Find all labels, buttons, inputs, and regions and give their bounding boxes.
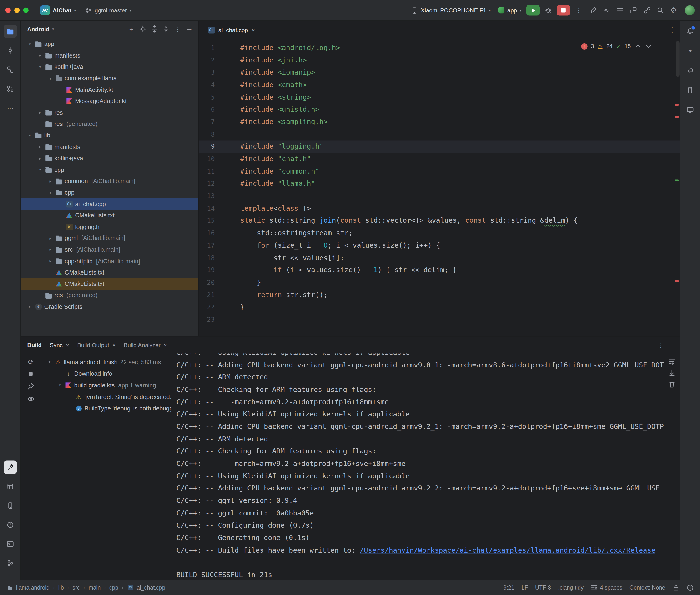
hide-icon[interactable]: ─ <box>184 24 195 34</box>
build-tree-item-download-info[interactable]: ↓Download info <box>41 368 171 379</box>
breadcrumb-lib[interactable]: lib <box>58 585 64 591</box>
code-line-4[interactable]: 4#include <cmath> <box>199 79 680 91</box>
more-actions-icon[interactable]: ⋮ <box>572 4 585 17</box>
project-tree-item-res[interactable]: res(generated) <box>21 118 198 130</box>
project-tree-item-messageadapter-kt[interactable]: MessageAdapter.kt <box>21 95 198 107</box>
build-tab-build-analyzer[interactable]: Build Analyzer× <box>123 342 167 348</box>
project-view-selector[interactable]: Android <box>27 26 49 32</box>
status-info-icon[interactable] <box>687 584 694 591</box>
project-tree-item-cpp[interactable]: ▾cpp <box>21 164 198 175</box>
stop-button[interactable] <box>557 5 570 16</box>
chevron-down-icon[interactable]: ▾ <box>27 42 32 47</box>
breadcrumb-file[interactable]: ai_chat.cpp <box>137 585 165 591</box>
code-line-17[interactable]: 17 for (size_t i = 0; i < values.size();… <box>199 239 680 252</box>
device-mirror-icon[interactable] <box>641 4 653 17</box>
more-vertical-icon[interactable]: ⋮ <box>172 24 183 34</box>
ai-actions-icon[interactable] <box>587 4 599 17</box>
chevron-right-icon[interactable]: ▸ <box>27 305 32 309</box>
code-line-22[interactable]: 22} <box>199 301 680 313</box>
code-line-20[interactable]: 20 } <box>199 276 680 289</box>
terminal-icon[interactable] <box>4 537 17 551</box>
build-tab-build-output[interactable]: Build Output× <box>77 342 115 348</box>
project-tree-item-kotlin-java[interactable]: ▾kotlin+java <box>21 61 198 73</box>
build-console[interactable]: C/C++: -- Using KleidiAI optimized kerne… <box>171 353 664 581</box>
version-control-icon[interactable] <box>4 557 17 570</box>
code-line-2[interactable]: 2#include <jni.h> <box>199 54 680 66</box>
code-line-3[interactable]: 3#include <iomanip> <box>199 66 680 79</box>
project-tree-item-logging-h[interactable]: Hlogging.h <box>21 221 198 233</box>
editor-tab-ai-chat-cpp[interactable]: C+ ai_chat.cpp × <box>203 21 259 39</box>
code-line-14[interactable]: 14template<class T> <box>199 202 680 215</box>
project-tree-item-ggml[interactable]: ▸ggml[AiChat.lib.main] <box>21 233 198 244</box>
build-tree-item-buildtype-debug-is-both-debuggable-and-has-minification-enabled[interactable]: iBuildType 'debug' is both debuggable an… <box>41 403 171 414</box>
code-line-23[interactable]: 23 <box>199 313 680 326</box>
file-encoding[interactable]: UTF-8 <box>535 585 551 591</box>
code-line-11[interactable]: 11#include "common.h" <box>199 165 680 177</box>
add-icon[interactable]: + <box>126 24 137 34</box>
build-options-icon[interactable]: ⋮ <box>657 341 664 348</box>
build-tab-sync[interactable]: Sync× <box>50 342 69 348</box>
project-tree-item-res[interactable]: res(generated) <box>21 290 198 301</box>
project-tree-item-app[interactable]: ▾app <box>21 38 198 50</box>
lock-icon[interactable] <box>672 584 679 591</box>
gradle-tool-icon[interactable] <box>683 64 697 77</box>
branch-selector[interactable]: ggml-master ▾ <box>82 5 134 16</box>
project-tree-item-src[interactable]: ▸src[AiChat.lib.main] <box>21 244 198 255</box>
profiler-icon[interactable] <box>600 4 613 17</box>
chevron-down-icon[interactable]: ▾ <box>48 190 53 195</box>
chevron-right-icon[interactable]: ▸ <box>48 236 53 240</box>
project-tree-item-lib[interactable]: ▾lib <box>21 130 198 141</box>
device-selector[interactable]: Xiaomi POCOPHONE F1 ▾ <box>408 5 493 16</box>
project-tree-item-gradle-scripts[interactable]: ▸GGradle Scripts <box>21 301 198 313</box>
chevron-right-icon[interactable]: ▸ <box>37 145 43 149</box>
problems-icon[interactable] <box>4 518 17 532</box>
scroll-end-icon[interactable] <box>668 370 675 377</box>
line-separator[interactable]: LF <box>521 585 528 591</box>
run-config-selector[interactable]: app ▾ <box>496 5 524 16</box>
build-tree-item-build-gradle-kts[interactable]: ▾build.gradle.ktsapp 1 warning <box>41 379 171 391</box>
clang-tidy-status[interactable]: .clang-tidy <box>558 585 584 591</box>
project-tree-item-manifests[interactable]: ▸manifests <box>21 141 198 152</box>
project-tree-item-mainactivity-kt[interactable]: MainActivity.kt <box>21 84 198 95</box>
chevron-right-icon[interactable]: ▸ <box>48 179 53 183</box>
project-tree-item-cmakelists-txt[interactable]: CMakeLists.txt <box>21 210 198 221</box>
project-tree-item-common[interactable]: ▸common[AiChat.lib.main] <box>21 175 198 187</box>
project-tree-item-cpp-httplib[interactable]: ▸cpp-httplib[AiChat.lib.main] <box>21 255 198 267</box>
logcat-icon[interactable] <box>614 4 626 17</box>
code-line-7[interactable]: 7#include <sampling.h> <box>199 116 680 128</box>
clear-icon[interactable] <box>668 381 675 388</box>
close-window-button[interactable] <box>5 8 10 13</box>
chevron-right-icon[interactable]: ▸ <box>37 156 43 161</box>
run-button[interactable] <box>526 5 540 16</box>
chevron-right-icon[interactable]: ▸ <box>48 247 53 252</box>
commit-icon[interactable] <box>4 44 17 57</box>
project-tree-item-ai-chat-cpp[interactable]: C+ai_chat.cpp <box>21 198 198 210</box>
zoom-window-button[interactable] <box>23 8 28 13</box>
code-line-8[interactable]: 8 <box>199 128 680 140</box>
collapse-all-icon[interactable] <box>161 24 171 34</box>
code-line-13[interactable]: 13 <box>199 190 680 202</box>
project-tree-item-com-example-llama[interactable]: ▾com.example.llama <box>21 73 198 84</box>
pull-requests-icon[interactable] <box>4 82 17 95</box>
assistant-icon[interactable]: ✦ <box>683 44 697 58</box>
code-line-21[interactable]: 21 return str.str(); <box>199 289 680 301</box>
locate-icon[interactable] <box>137 24 148 34</box>
device-explorer-icon[interactable] <box>683 84 697 97</box>
settings-icon[interactable]: ⚙ <box>667 4 680 17</box>
pin-icon[interactable] <box>27 383 34 390</box>
chevron-down-icon[interactable]: ▾ <box>27 133 32 138</box>
expand-all-icon[interactable] <box>149 24 160 34</box>
build-output-path-link[interactable]: /Users/hanyin/Workspace/ai-chat/examples… <box>360 546 655 554</box>
project-tree-item-kotlin-java[interactable]: ▸kotlin+java <box>21 152 198 164</box>
notifications-icon[interactable] <box>683 25 697 38</box>
close-tab-icon[interactable]: × <box>112 342 115 348</box>
code-line-12[interactable]: 12#include "llama.h" <box>199 177 680 190</box>
debug-button[interactable] <box>542 4 555 17</box>
preview-icon[interactable] <box>27 395 34 403</box>
device-manager-icon[interactable] <box>4 499 17 512</box>
next-problem-icon[interactable] <box>645 43 652 50</box>
plugins-icon[interactable] <box>627 4 640 17</box>
breadcrumb-cpp[interactable]: cpp <box>109 585 118 591</box>
project-tree-item-cpp[interactable]: ▾cpp <box>21 187 198 198</box>
code-line-18[interactable]: 18 str << values[i]; <box>199 252 680 264</box>
